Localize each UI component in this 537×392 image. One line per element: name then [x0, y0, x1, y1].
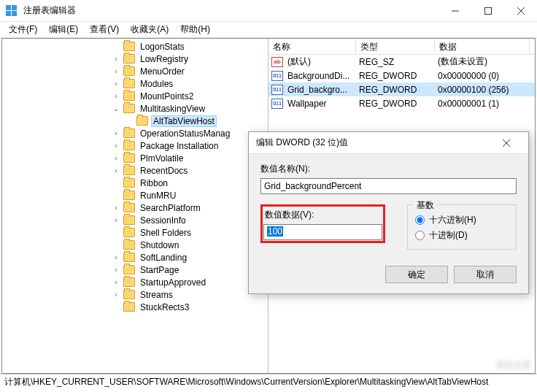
tree-item[interactable]: ›LowRegistry	[2, 53, 268, 65]
close-button[interactable]	[504, 0, 537, 22]
reg-dword-icon: 011	[271, 99, 283, 109]
col-type[interactable]: 类型	[356, 39, 435, 54]
menu-view[interactable]: 查看(V)	[84, 22, 125, 37]
list-row[interactable]: ab(默认)REG_SZ(数值未设置)	[268, 55, 535, 69]
col-data[interactable]: 数据	[435, 39, 530, 54]
menu-help[interactable]: 帮助(H)	[174, 22, 216, 37]
folder-icon	[136, 116, 148, 126]
tree-item[interactable]: ›SoftLanding	[2, 251, 268, 264]
tree-item-label: Modules	[138, 79, 175, 89]
chevron-right-icon[interactable]: ›	[112, 291, 120, 299]
folder-icon	[123, 128, 135, 138]
tree-item[interactable]: ›MountPoints2	[2, 90, 268, 102]
tree-item-label: Streams	[138, 290, 175, 300]
chevron-right-icon[interactable]: ›	[112, 67, 120, 75]
tree-item[interactable]: Shell Folders	[2, 226, 268, 239]
tree-item-label: PlmVolatile	[138, 153, 185, 164]
folder-icon	[123, 104, 135, 113]
cell-type: REG_SZ	[356, 56, 435, 68]
chevron-right-icon[interactable]: ›	[112, 266, 120, 274]
maximize-button[interactable]	[471, 0, 504, 22]
cell-data: (数值未设置)	[435, 55, 530, 69]
tree-item[interactable]: Shutdown	[2, 239, 268, 251]
tree-item[interactable]: ›OperationStatusManag	[2, 127, 268, 139]
tree-item-label: Package Installation	[138, 141, 220, 151]
dialog-titlebar[interactable]: 编辑 DWORD (32 位)值	[249, 132, 528, 154]
cell-name: (默认)	[285, 55, 356, 69]
tree-item[interactable]: StuckRects3	[2, 301, 268, 313]
base-group: 基数 十六进制(H) 十进制(D)	[407, 204, 517, 250]
tree-item-label: MountPoints2	[138, 91, 196, 101]
name-input[interactable]	[260, 178, 517, 194]
minimize-button[interactable]	[439, 0, 471, 22]
base-legend: 基数	[414, 199, 437, 212]
tree-item[interactable]: ›StartupApproved	[2, 276, 268, 288]
tree-item[interactable]: ›SearchPlatform	[2, 201, 268, 214]
chevron-right-icon[interactable]: ›	[112, 278, 120, 286]
tree-item[interactable]: ›PlmVolatile	[2, 152, 268, 164]
menu-file[interactable]: 文件(F)	[3, 22, 43, 37]
menu-favorites[interactable]: 收藏夹(A)	[125, 22, 174, 37]
statusbar: 计算机\HKEY_CURRENT_USER\SOFTWARE\Microsoft…	[0, 374, 537, 390]
cell-data: 0x00000001 (1)	[435, 98, 530, 109]
folder-icon	[123, 277, 135, 287]
chevron-right-icon[interactable]: ›	[112, 166, 120, 174]
dialog-close-button[interactable]	[492, 133, 521, 153]
tree-item[interactable]: LogonStats	[2, 40, 268, 53]
col-name[interactable]: 名称	[268, 39, 356, 54]
list-row[interactable]: 011BackgroundDi...REG_DWORD0x00000000 (0…	[268, 69, 535, 82]
tree-item[interactable]: RunMRU	[2, 189, 268, 201]
chevron-right-icon[interactable]: ›	[112, 154, 120, 162]
tree-item-label: Shutdown	[138, 240, 181, 250]
tree-view[interactable]: LogonStats›LowRegistry›MenuOrder›Modules…	[2, 39, 268, 373]
menu-edit[interactable]: 编辑(E)	[43, 22, 84, 37]
chevron-right-icon[interactable]: ›	[112, 80, 120, 88]
radio-dec-input[interactable]	[415, 231, 425, 240]
folder-icon	[123, 141, 135, 150]
cell-name: BackgroundDi...	[285, 70, 356, 82]
tree-item[interactable]: ›SessionInfo	[2, 214, 268, 226]
tree-item[interactable]: ›RecentDocs	[2, 164, 268, 177]
chevron-right-icon[interactable]: ›	[112, 142, 120, 150]
chevron-right-icon[interactable]: ›	[112, 129, 120, 137]
list-header: 名称 类型 数据	[268, 39, 535, 55]
chevron-down-icon[interactable]: ⌄	[112, 104, 120, 112]
ok-button[interactable]: 确定	[385, 266, 448, 283]
tree-item-label: RecentDocs	[138, 166, 190, 176]
tree-item-label: AltTabViewHost	[151, 115, 217, 127]
tree-item[interactable]: AltTabViewHost	[2, 115, 268, 127]
tree-item[interactable]: ›Modules	[2, 77, 268, 90]
chevron-right-icon[interactable]: ›	[112, 204, 120, 212]
folder-icon	[123, 153, 135, 163]
tree-item-label: MenuOrder	[138, 66, 187, 77]
folder-icon	[123, 265, 135, 274]
chevron-right-icon[interactable]: ›	[112, 92, 120, 100]
cancel-button[interactable]: 取消	[454, 266, 517, 283]
tree-item-label: MultitaskingView	[138, 104, 207, 114]
status-path: 计算机\HKEY_CURRENT_USER\SOFTWARE\Microsoft…	[4, 376, 488, 388]
folder-icon	[123, 91, 135, 101]
tree-item[interactable]: ›Package Installation	[2, 139, 268, 152]
tree-item[interactable]: ›StartPage	[2, 264, 268, 276]
tree-item[interactable]: Ribbon	[2, 177, 268, 189]
folder-icon	[123, 54, 135, 64]
radio-hex-input[interactable]	[415, 215, 425, 225]
reg-dword-icon: 011	[271, 71, 283, 81]
list-row[interactable]: 011WallpaperREG_DWORD0x00000001 (1)	[268, 96, 535, 110]
name-label: 数值名称(N):	[260, 163, 517, 175]
tree-item[interactable]: ⌄MultitaskingView	[2, 102, 268, 115]
tree-item[interactable]: ›MenuOrder	[2, 65, 268, 77]
tree-item-label: RunMRU	[138, 191, 178, 201]
radio-dec[interactable]: 十进制(D)	[415, 229, 509, 242]
list-row[interactable]: 011Grid_backgro...REG_DWORD0x00000100 (2…	[268, 82, 535, 96]
chevron-right-icon[interactable]: ›	[112, 253, 120, 261]
value-highlight-box: 数值数据(V): 100	[260, 204, 385, 243]
chevron-right-icon[interactable]: ›	[112, 55, 120, 63]
cell-type: REG_DWORD	[356, 84, 435, 96]
folder-icon	[123, 228, 135, 237]
chevron-right-icon[interactable]: ›	[112, 216, 120, 224]
radio-hex[interactable]: 十六进制(H)	[415, 214, 509, 226]
tree-item[interactable]: ›Streams	[2, 288, 268, 301]
data-input[interactable]: 100	[263, 224, 382, 240]
tree-item-label: LogonStats	[138, 42, 187, 52]
